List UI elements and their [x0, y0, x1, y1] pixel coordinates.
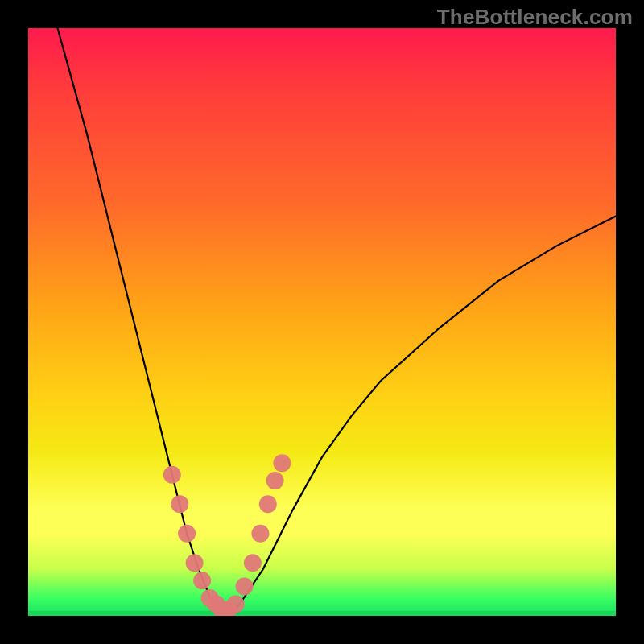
- curve-marker: [236, 578, 254, 596]
- watermark-text: TheBottleneck.com: [437, 5, 633, 30]
- curve-marker: [227, 595, 245, 613]
- curve-marker: [273, 454, 291, 472]
- curve-marker: [178, 525, 196, 543]
- plot-area: [28, 28, 616, 616]
- curve-marker: [244, 554, 262, 572]
- curve-marker: [251, 525, 269, 543]
- curve-svg: [28, 28, 616, 616]
- curve-marker: [193, 572, 211, 589]
- curve-marker: [266, 472, 284, 489]
- curve-marker: [186, 554, 204, 572]
- curve-marker: [259, 495, 277, 513]
- marker-group: [163, 454, 291, 616]
- curve-marker: [171, 495, 188, 513]
- chart-frame: TheBottleneck.com: [0, 0, 644, 644]
- bottleneck-curve: [58, 28, 617, 610]
- curve-marker: [163, 466, 181, 484]
